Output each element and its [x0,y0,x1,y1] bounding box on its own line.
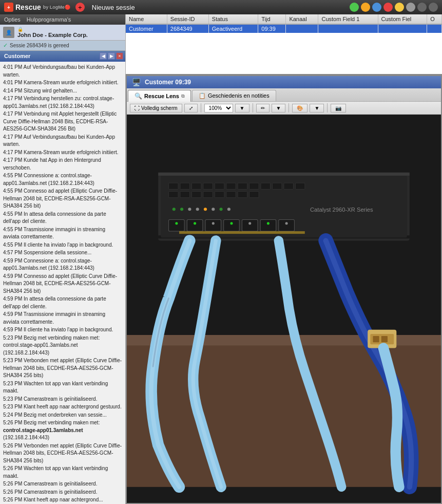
svg-rect-17 [284,183,293,189]
svg-rect-20 [180,192,189,198]
svg-point-27 [172,208,176,211]
fullscreen-button[interactable]: ⛶ Volledig scherm [130,104,182,113]
log-entry: 4:57 PM Sospensione della sessione... [3,249,122,257]
app-name: Rescue [15,3,41,11]
toolbar-separator-4 [327,103,328,113]
session-id-bar: ✓ Sessie 2684349 is gereed [0,41,125,51]
svg-rect-12 [226,183,236,189]
tool-btn-3[interactable]: 🎨 [292,104,308,113]
svg-point-30 [196,208,199,211]
svg-rect-43 [179,231,305,234]
svg-rect-11 [215,183,224,189]
col-session-id[interactable]: Sessie-ID [167,14,208,24]
tab-history-label: Geschiedenis en notities [208,92,270,99]
customer-tab-bar: Customer ◀ ▶ × [0,51,125,62]
zoom-select[interactable]: 100% 75% 50% 125% 150% [204,104,233,113]
log-entry: 4:59 PM Connesso ad applet (Elliptic Cur… [3,273,122,295]
viewer-toolbar: ⛶ Volledig scherm ⤢ 100% 75% 50% 125% 15… [127,102,441,115]
app-logo: + Rescue by LogMe🔴 [4,3,70,12]
tool-btn-2[interactable]: ▼ [272,104,286,113]
session-info-bar: 👤 🔒 John Doe - Example Corp. [0,25,125,41]
col-custom2[interactable]: Custom Fiel [378,14,427,24]
col-custom1[interactable]: Custom Field 1 [318,14,378,24]
viewer-image: Catalyst 2960-XR Series [127,115,441,503]
col-status[interactable]: Status [208,14,258,24]
lens-icon: 🔍 [134,92,142,100]
session-user-prefix: 🔒 [17,27,88,32]
svg-rect-19 [169,192,178,198]
main-layout: Opties Hulpprogramma's 👤 🔒 John Doe - Ex… [0,14,442,504]
tab-action-back[interactable]: ◀ [100,52,107,60]
svg-rect-36 [169,220,185,231]
log-entry: 4:17 PM Kamera-Stream wurde erfolgreich … [3,149,122,157]
user-name-label: John Doe - Example Corp. [17,32,88,38]
check-icon: ✓ [3,42,8,49]
svg-rect-37 [187,220,203,231]
log-entry: 5:23 PM Bezig met verbinding maken met: … [3,334,122,357]
window-control-buttons [350,3,438,12]
btn-circle-2[interactable] [361,3,370,12]
svg-rect-16 [273,183,282,189]
svg-text:Catalyst 2960-XR Series: Catalyst 2960-XR Series [310,207,373,213]
log-entry: 4:01 PM Kamera-Stream wurde erfolgreich … [3,79,122,87]
tab-history-notes[interactable]: 📋 Geschiedenis en notities [192,90,276,101]
log-entry: 4:17 PM Verbindung mit Applet hergestell… [3,110,122,133]
col-channel[interactable]: Kanaal [286,14,318,24]
session-table-container: Name Sessie-ID Status Tijd Kanaal Custom… [126,14,442,75]
table-cell-tijd: 09:39 [258,24,286,33]
fullscreen-label: Volledig scherm [141,105,178,111]
tab-rescue-lens[interactable]: 🔍 Rescue Lens ⧉ [128,90,191,102]
btn-circle-8[interactable] [429,3,438,12]
customer-window: 🖥️ Customer 09:39 🔍 Rescue Lens ⧉ 📋 Gesc… [126,75,442,504]
capture-button[interactable]: 📷 [331,104,346,113]
svg-point-49 [194,222,196,225]
customer-tab-label: Customer [2,52,99,60]
resize-button[interactable]: ⤢ [184,104,198,113]
table-row[interactable]: Customer2684349Geactiveerd09:39 [126,24,442,33]
col-other[interactable]: O [427,14,442,24]
btn-circle-5[interactable] [395,3,404,12]
svg-rect-42 [279,220,295,231]
btn-circle-7[interactable] [417,3,427,12]
menu-hulpprogramma[interactable]: Hulpprogramma's [27,16,71,23]
log-entry: 5:26 PM Camerastream is geïnitialiseerd. [3,480,122,488]
toolbar-separator-1 [201,103,201,113]
log-entry: 5:24 PM Bezig met onderbreken van sessie… [3,412,122,419]
btn-circle-6[interactable] [406,3,415,12]
svg-rect-41 [260,220,276,231]
menu-opties[interactable]: Opties [4,16,21,23]
btn-circle-4[interactable] [383,3,393,12]
add-session-icon[interactable]: + [75,3,85,12]
app-tagline: by LogMe🔴 [43,5,70,10]
tool-btn-1[interactable]: ✏ [256,104,270,113]
svg-rect-4 [158,173,410,176]
tab-rescue-lens-label: Rescue Lens [144,93,179,99]
customer-window-title: 🖥️ Customer 09:39 [127,76,441,88]
log-entry: 4:14 PM Sitzung wird gehalten... [3,87,122,95]
logo-icon: + [4,3,13,12]
svg-rect-14 [249,183,259,189]
zoom-adjust-button[interactable]: ▼ [235,104,249,113]
window-monitor-icon: 🖥️ [132,78,141,86]
tool-btn-4[interactable]: ▼ [310,104,324,113]
tab-action-forward[interactable]: ▶ [108,52,115,60]
svg-rect-18 [295,183,304,189]
right-panel: Name Sessie-ID Status Tijd Kanaal Custom… [126,14,442,504]
btn-circle-3[interactable] [372,3,381,12]
svg-rect-7 [169,183,178,189]
left-menu-bar: Opties Hulpprogramma's [0,14,125,25]
svg-rect-25 [238,192,247,198]
log-entry: 5:23 PM Verbonden met applet (Elliptic C… [3,357,122,380]
customer-window-title-text: Customer 09:39 [145,79,191,86]
col-time[interactable]: Tijd [258,14,286,24]
log-entry: 4:59 PM Connessione a: control.stage-app… [3,257,122,272]
svg-rect-38 [205,220,221,231]
session-table: Name Sessie-ID Status Tijd Kanaal Custom… [126,14,442,33]
btn-circle-1[interactable] [350,3,359,12]
log-entry: 4:59 PM Il cliente ha inviato l'app in b… [3,326,122,334]
svg-point-52 [248,222,251,225]
svg-point-29 [188,208,191,211]
view-tabs: 🔍 Rescue Lens ⧉ 📋 Geschiedenis en notiti… [127,88,441,102]
tab-close-button[interactable]: × [116,52,123,60]
col-name[interactable]: Name [126,14,167,24]
